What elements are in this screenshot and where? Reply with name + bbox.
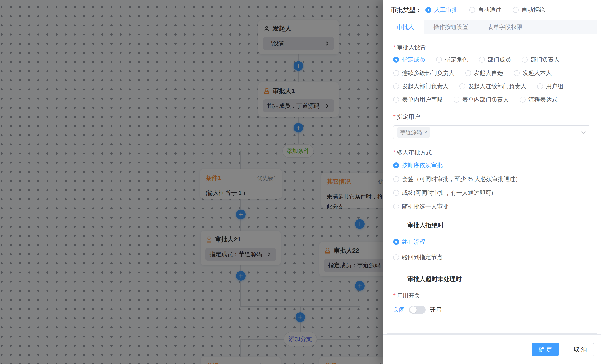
radio-initiator-self[interactable]: 发起人本人 (514, 69, 552, 77)
tab-bar: 审批人 操作按钮设置 表单字段权限 (387, 20, 597, 34)
radio-dept-leader[interactable]: 部门负责人 (522, 56, 560, 63)
radio-initiator-choose[interactable]: 发起人自选 (465, 69, 503, 77)
radio-dot (436, 57, 442, 63)
radio-process-expression[interactable]: 流程表达式 (520, 96, 558, 103)
radio-auto-reject[interactable]: 自动拒绝 (513, 6, 545, 14)
radio-dot (393, 83, 399, 89)
divider-line (466, 279, 591, 279)
radio-multi-level-dept-leader[interactable]: 连续多级部门负责人 (393, 69, 454, 77)
tab-button-settings[interactable]: 操作按钮设置 (424, 20, 478, 34)
required-asterisk: * (393, 292, 396, 298)
radio-assign-member[interactable]: 指定成员 (393, 56, 425, 63)
required-asterisk: * (393, 113, 396, 120)
assign-user-label: * 指定用户 (393, 113, 591, 121)
divider-line (393, 279, 403, 279)
radio-user-group[interactable]: 用户组 (537, 82, 563, 90)
radio-dot (393, 190, 399, 196)
divider-line (448, 225, 591, 225)
enable-switch-label: * 启用开关 (393, 292, 591, 300)
radio-dot (465, 70, 471, 76)
radio-orsign[interactable]: 或签(可同时审批，有一人通过即可) (393, 189, 493, 197)
radio-countersign[interactable]: 会签（可同时审批，至少 % 人必须审批通过） (393, 175, 521, 183)
cancel-button[interactable]: 取 消 (567, 343, 594, 356)
timeout-section-divider: 审批人超时未处理时 (393, 275, 591, 283)
radio-dot (513, 7, 519, 13)
config-tabs-container: 审批人 操作按钮设置 表单字段权限 * 审批人设置 指定成员 指定角色 部门成员… (387, 20, 597, 334)
divider-line (393, 225, 403, 225)
empty-approver-divider: 审批人为空时 (393, 321, 591, 322)
assign-user-select[interactable]: 芋道源码 × (393, 125, 591, 139)
approver-form: * 审批人设置 指定成员 指定角色 部门成员 部门负责人 连续多级部门负责人 发… (387, 34, 597, 322)
radio-dept-member[interactable]: 部门成员 (479, 56, 511, 63)
timeout-section-title: 审批人超时未处理时 (407, 275, 462, 283)
radio-dot (393, 176, 399, 182)
timeout-toggle[interactable] (409, 305, 426, 314)
radio-dot (522, 57, 528, 63)
reject-section-divider: 审批人拒绝时 (393, 221, 591, 229)
radio-initiator-dept-leader[interactable]: 发起人部门负责人 (393, 82, 449, 90)
radio-dot (479, 57, 485, 63)
radio-dot (393, 254, 399, 260)
radio-sequential-approve[interactable]: 按顺序依次审批 (393, 162, 443, 169)
remove-tag-icon[interactable]: × (424, 129, 427, 135)
radio-form-dept-leader[interactable]: 表单内部门负责人 (454, 96, 509, 103)
radio-dot (393, 162, 399, 168)
radio-manual-approve[interactable]: 人工审批 (425, 6, 458, 14)
approver-config-drawer: 审批类型： 人工审批 自动通过 自动拒绝 审批人 操作按钮设置 表单字段权限 *… (383, 0, 601, 364)
radio-auto-pass[interactable]: 自动通过 (469, 6, 501, 14)
radio-random-one[interactable]: 随机挑选一人审批 (393, 203, 449, 210)
multi-mode-label: * 多人审批方式 (393, 149, 591, 157)
radio-dot (393, 239, 399, 245)
radio-dot (393, 204, 399, 210)
empty-approver-title: 审批人为空时 (407, 321, 444, 322)
radio-dot (393, 70, 399, 76)
radio-initiator-multi-dept-leader[interactable]: 发起人连续部门负责人 (459, 82, 526, 90)
radio-assign-role[interactable]: 指定角色 (436, 56, 468, 63)
radio-dot (393, 97, 399, 102)
radio-terminate-process[interactable]: 终止流程 (393, 238, 425, 246)
radio-dot (520, 97, 526, 102)
radio-dot (393, 57, 399, 63)
tab-form-field-permission[interactable]: 表单字段权限 (478, 20, 532, 34)
radio-dot (469, 7, 475, 13)
switch-off-label: 关闭 (393, 306, 405, 314)
approve-type-row: 审批类型： 人工审批 自动通过 自动拒绝 (383, 0, 601, 20)
selected-user-tag: 芋道源码 × (397, 127, 430, 138)
approve-type-label: 审批类型： (391, 6, 422, 14)
chevron-down-icon (581, 129, 586, 135)
drawer-footer: 确 定 取 消 (383, 334, 601, 364)
radio-dot (459, 83, 465, 89)
required-asterisk: * (393, 149, 396, 155)
radio-form-user-field[interactable]: 表单内用户字段 (393, 96, 443, 103)
radio-dot (454, 97, 459, 102)
tab-approver[interactable]: 审批人 (387, 20, 424, 34)
radio-dot (514, 70, 520, 76)
radio-dot (425, 7, 431, 13)
confirm-button[interactable]: 确 定 (532, 343, 559, 356)
approver-setting-label: * 审批人设置 (393, 43, 591, 51)
switch-on-label: 开启 (430, 306, 441, 314)
radio-return-to-node[interactable]: 驳回到指定节点 (393, 253, 443, 261)
radio-dot (537, 83, 543, 89)
required-asterisk: * (393, 43, 396, 50)
reject-section-title: 审批人拒绝时 (407, 221, 444, 229)
timeout-switch-row: 关闭 开启 (393, 305, 591, 314)
